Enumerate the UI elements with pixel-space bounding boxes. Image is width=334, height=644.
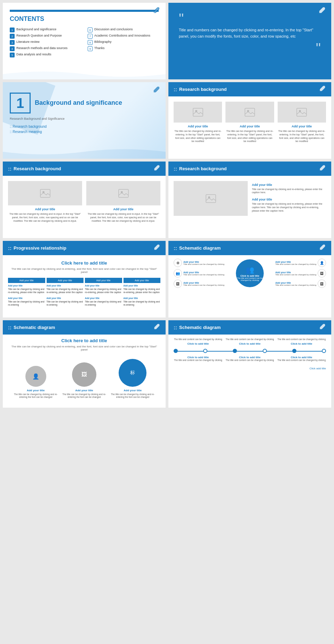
- card-text: The title can be changed by clicking and…: [278, 129, 326, 143]
- tl-title[interactable]: Click to add title: [174, 356, 223, 359]
- card-title: Add your title: [174, 125, 222, 128]
- item-text: Research methods and data sources: [16, 46, 67, 50]
- item-title: Add your title: [252, 198, 326, 201]
- tl-text: The title and content can be changed by …: [277, 359, 326, 362]
- cell-text: Title can be changed by clicking and re-…: [47, 288, 84, 294]
- item-text: Research Question and Purpose: [16, 34, 62, 37]
- spoke-title: Add your title: [275, 261, 316, 263]
- spoke-text: Add your title Title and content can be …: [275, 271, 316, 276]
- colon-mark: ::: [8, 245, 11, 251]
- logo-icon: [319, 164, 326, 173]
- item-num: 3: [10, 40, 15, 45]
- logo-icon: [319, 85, 326, 94]
- cell-title: Add your title: [124, 284, 161, 287]
- hub-subtitle: The title and content can be changed by …: [236, 277, 264, 281]
- img-text-layout: Add your title Title can be changed by c…: [168, 176, 331, 223]
- image-placeholder: [174, 181, 248, 216]
- circle-item: 🖼 Add your title The title can be change…: [62, 362, 106, 399]
- tl-item: Click to add title The title and content…: [225, 356, 275, 363]
- circle-item: 标 Add your title The title can be change…: [110, 359, 155, 399]
- img-card: Add your title The title can be changed …: [174, 102, 222, 143]
- colon-mark: ::: [174, 324, 177, 330]
- logo-icon: [153, 164, 160, 173]
- text-side: Add your title Title can be changed by c…: [252, 183, 326, 216]
- item-num: 2: [10, 34, 15, 39]
- col-header: Add your title: [124, 278, 161, 283]
- colon-mark: ::: [174, 166, 177, 172]
- tl-title[interactable]: Click to add title: [277, 356, 326, 359]
- subtitle: The title can be changed by clicking and…: [8, 345, 160, 351]
- colon-mark: ::: [174, 245, 177, 251]
- img-card: Add your title The title can be changed …: [278, 102, 326, 143]
- image-placeholder: [225, 102, 274, 123]
- contents-grid: 1 Background and significance 2 Research…: [10, 27, 159, 58]
- circle-item: 👤 Add your title The title can be change…: [13, 366, 58, 399]
- item-text: Bibliography: [94, 40, 112, 44]
- item-text: Thanks: [94, 46, 105, 50]
- spoke-text: Add your title Title and content can be …: [183, 261, 224, 265]
- timeline-bar: [174, 349, 326, 353]
- cell-title: Add your title: [124, 297, 161, 300]
- spoke-item: 🖼 Add your title Title and content can b…: [265, 269, 326, 277]
- prog-cell: Add your title Title can be changed by c…: [8, 284, 45, 306]
- tl-title[interactable]: Click to add title: [174, 342, 223, 345]
- col-header: Add your title: [85, 278, 122, 283]
- cell-title: Add your title: [85, 284, 122, 287]
- tl-title[interactable]: Click to add title: [225, 342, 275, 345]
- logo-icon: [319, 244, 326, 252]
- circle-text: The title can be changed by clicking and…: [110, 393, 155, 399]
- cell-title: Add your title: [8, 284, 45, 287]
- schematic-content: ⚙ Add your title Title and content can b…: [168, 255, 331, 291]
- cell-text: Title can be changed by clicking and re-…: [8, 288, 45, 294]
- card-text: The title can be changed by clicking and…: [174, 129, 222, 143]
- slide-3-bg-sig: 1 Background and significance Research B…: [3, 82, 166, 159]
- spoke-title: Add your title: [183, 271, 224, 274]
- circle-text: The title can be changed by clicking and…: [62, 393, 106, 399]
- text-item: Add your title Title can be changed by c…: [252, 198, 326, 212]
- item-text: Title can be changed by clicking and re-…: [252, 202, 326, 212]
- hub-layout: ⚙ Add your title Title and content can b…: [174, 259, 326, 288]
- image-placeholder: [8, 181, 82, 205]
- col-header: Add your title: [8, 278, 45, 283]
- top-timeline-row: The title and content can be changed by …: [174, 338, 326, 345]
- cell-text: Title can be changed by clicking and re-…: [124, 300, 161, 306]
- spoke-text: Add your title Title and content can be …: [275, 261, 316, 265]
- svg-rect-1: [193, 108, 203, 116]
- header-title: Schematic diagram: [179, 245, 221, 251]
- card-title: Add your title: [8, 207, 82, 211]
- circle-title: Add your title: [110, 389, 155, 392]
- tl-text: The title and content can be changed by …: [277, 338, 326, 341]
- cell-title: Add your title: [47, 284, 84, 287]
- colon-mark: ::: [8, 166, 11, 172]
- tl-title[interactable]: Click to add title: [277, 342, 326, 345]
- card-title: Add your title: [278, 125, 326, 128]
- spoke-icon: 🖼: [318, 280, 326, 288]
- circle-text: The title can be changed by clicking and…: [13, 393, 58, 399]
- click-title[interactable]: Click here to add title: [8, 260, 160, 266]
- item-text: Academic Contributions and Innovations: [94, 34, 150, 37]
- svg-rect-5: [297, 108, 307, 116]
- list-item: 3 Literature review: [10, 39, 81, 46]
- presentation-grid: CONTENTS 1 Background and significance 2…: [0, 0, 334, 410]
- tl-title[interactable]: Click to add title: [225, 356, 275, 359]
- slide-header: :: Schematic diagram: [168, 320, 331, 335]
- img-card: Add your title The title can be changed …: [225, 102, 274, 143]
- contents-right: 6 Discussion and conclusions 7 Academic …: [88, 27, 159, 58]
- cell-title: Add your title: [8, 297, 45, 300]
- list-item: 5 Data analysis and results: [10, 52, 81, 58]
- add-title-label[interactable]: Click add title: [174, 367, 326, 370]
- item-num: 9: [88, 46, 93, 51]
- circle-gray2: 🖼: [72, 362, 96, 387]
- click-title[interactable]: Click here to add title: [8, 338, 160, 343]
- slide-7-progressive: :: Progressive relationship Click here t…: [3, 241, 166, 317]
- prog-table: Add your title Add your title Add your t…: [8, 278, 160, 306]
- cell-text: Title can be changed by clicking and re-…: [8, 300, 45, 306]
- card-title: Add your title: [225, 125, 274, 128]
- svg-rect-11: [206, 195, 216, 203]
- tl-text: The title and content can be changed by …: [225, 359, 275, 362]
- hub-circle[interactable]: 👥 Click to add title The title and conte…: [236, 259, 264, 287]
- spoke-title: Add your title: [183, 282, 224, 284]
- svg-rect-9: [119, 189, 128, 197]
- item-text: Background and significance: [16, 28, 56, 31]
- content-area: Click here to add title The title can be…: [3, 255, 166, 312]
